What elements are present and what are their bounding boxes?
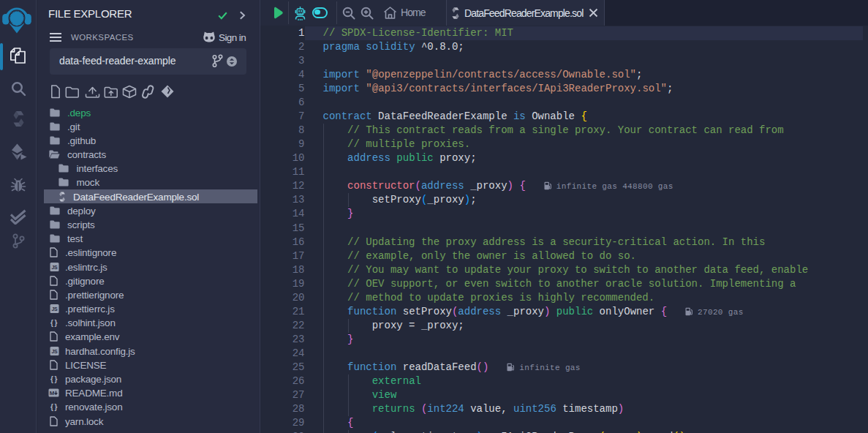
svg-text:M: M: [50, 390, 55, 396]
svg-text:JS: JS: [51, 349, 58, 354]
svg-text:{ }: { }: [50, 319, 57, 327]
svg-text:{ }: { }: [50, 375, 57, 383]
svg-text:{ }: { }: [50, 403, 57, 411]
svg-text:JS: JS: [51, 306, 58, 312]
svg-text:JS: JS: [51, 265, 58, 270]
